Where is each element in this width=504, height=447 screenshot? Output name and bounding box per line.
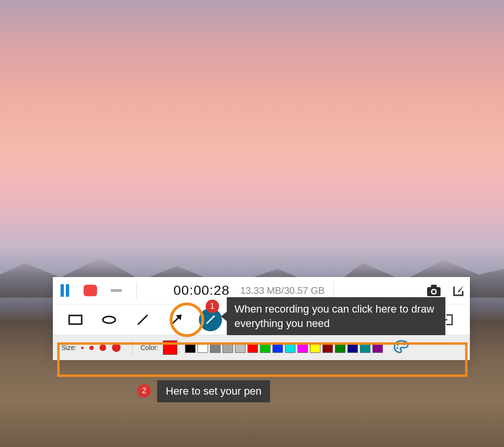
annotation-callout-1: When recording you can click here to dra… xyxy=(227,297,445,335)
rectangle-icon xyxy=(68,314,83,325)
color-picker-button[interactable] xyxy=(393,340,409,355)
size-xs[interactable] xyxy=(81,347,84,349)
color-swatch[interactable] xyxy=(360,342,370,353)
edit-box-icon xyxy=(453,284,465,297)
edit-button[interactable] xyxy=(453,284,465,297)
size-md[interactable] xyxy=(99,344,106,351)
color-swatch[interactable] xyxy=(297,342,308,353)
stop-button[interactable] xyxy=(84,285,97,296)
svg-point-3 xyxy=(432,290,435,293)
size-label: Size: xyxy=(61,344,76,351)
callout-arrow-icon xyxy=(221,312,227,321)
svg-rect-1 xyxy=(431,285,437,288)
color-swatch[interactable] xyxy=(335,342,345,353)
svg-rect-4 xyxy=(69,315,82,324)
annotation-badge-2-number: 2 xyxy=(142,387,147,395)
size-options xyxy=(81,343,121,352)
pencil-icon xyxy=(205,314,216,326)
line-icon xyxy=(136,313,149,326)
svg-point-22 xyxy=(400,342,402,344)
svg-point-21 xyxy=(397,344,399,346)
svg-point-5 xyxy=(103,316,115,323)
separator xyxy=(136,282,137,299)
screenshot-button[interactable] xyxy=(427,284,441,297)
pause-icon xyxy=(66,284,69,297)
color-swatch[interactable] xyxy=(185,342,196,353)
annotation-badge-1: 1 xyxy=(206,300,219,313)
color-swatch[interactable] xyxy=(347,342,358,353)
pen-settings-row: Size: Color: xyxy=(53,335,470,360)
color-swatch[interactable] xyxy=(222,342,233,353)
current-color-swatch[interactable] xyxy=(163,340,177,355)
annotation-badge-2: 2 xyxy=(137,384,151,398)
color-swatch[interactable] xyxy=(322,342,333,353)
minimize-button[interactable] xyxy=(111,289,122,292)
svg-point-23 xyxy=(403,343,405,345)
color-swatch[interactable] xyxy=(235,342,246,353)
separator xyxy=(132,340,133,355)
rectangle-tool[interactable] xyxy=(67,312,84,328)
line-tool[interactable] xyxy=(135,312,151,328)
color-swatch[interactable] xyxy=(210,342,221,353)
color-swatch[interactable] xyxy=(272,342,283,353)
pause-icon xyxy=(61,284,64,297)
color-swatch[interactable] xyxy=(197,342,208,353)
size-lg[interactable] xyxy=(112,343,121,352)
ellipse-icon xyxy=(102,315,116,325)
svg-line-6 xyxy=(138,315,148,325)
color-swatch[interactable] xyxy=(372,342,383,353)
ellipse-tool[interactable] xyxy=(101,312,117,328)
color-swatch[interactable] xyxy=(285,342,295,353)
pause-button[interactable] xyxy=(57,281,73,300)
color-swatch[interactable] xyxy=(310,342,320,353)
color-swatch[interactable] xyxy=(247,342,258,353)
annotation-badge-1-number: 1 xyxy=(210,302,215,311)
camera-icon xyxy=(427,284,441,297)
annotation-callout-1-text: When recording you can click here to dra… xyxy=(234,302,438,330)
separator xyxy=(333,282,334,299)
file-size-readout: 13.33 MB/30.57 GB xyxy=(240,285,325,296)
annotation-callout-2: Here to set your pen xyxy=(157,380,270,402)
color-label: Color: xyxy=(140,344,158,351)
color-swatches xyxy=(185,342,383,353)
arrow-tool[interactable] xyxy=(168,312,184,328)
arrow-icon xyxy=(169,313,184,327)
annotation-callout-2-text: Here to set your pen xyxy=(166,384,261,399)
palette-icon xyxy=(393,340,409,353)
svg-point-24 xyxy=(396,347,398,349)
size-sm[interactable] xyxy=(89,346,94,350)
recording-timer: 00:00:28 xyxy=(173,283,230,298)
color-swatch[interactable] xyxy=(260,342,270,353)
